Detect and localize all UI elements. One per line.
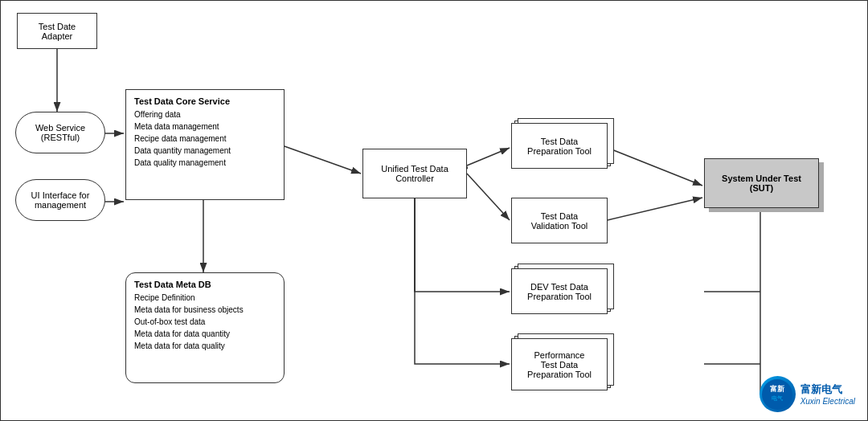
- svg-line-8: [282, 145, 361, 174]
- svg-line-12: [608, 148, 702, 186]
- meta-db-list: Recipe Definition Meta data for business…: [134, 292, 244, 352]
- dev-tdp-wrapper: DEV Test DataPreparation Tool: [511, 268, 608, 314]
- svg-line-9: [467, 148, 510, 166]
- logo-area: 富新 电气 富新电气 Xuxin Electrical: [760, 376, 855, 412]
- ui-interface-label: UI Interface formanagement: [31, 190, 90, 210]
- unified-controller-label: Unified Test DataController: [381, 164, 448, 183]
- web-service-box: Web Service(RESTful): [15, 112, 105, 153]
- svg-point-18: [762, 379, 792, 410]
- perf-tdp-wrapper: PerformanceTest DataPreparation Tool: [511, 338, 608, 390]
- tdv-tool-box: Test DataValidation Tool: [511, 198, 608, 243]
- dev-tdp-tool-label: DEV Test DataPreparation Tool: [527, 282, 592, 301]
- perf-tdp-tool-label: PerformanceTest DataPreparation Tool: [527, 350, 592, 379]
- svg-line-13: [608, 198, 702, 220]
- test-data-core-service-box: Test Data Core Service Offering data Met…: [125, 89, 285, 200]
- meta-db-title: Test Data Meta DB: [134, 280, 211, 289]
- sut-box: System Under Test(SUT): [704, 158, 819, 208]
- web-service-label: Web Service(RESTful): [35, 123, 85, 142]
- tdp-tool-wrapper: Test DataPreparation Tool: [511, 123, 608, 169]
- core-service-list: Offering data Meta data management Recip…: [134, 108, 231, 169]
- svg-text:富新: 富新: [770, 384, 785, 393]
- tdv-tool-label: Test DataValidation Tool: [531, 211, 588, 231]
- company-name-label: 富新电气 Xuxin Electrical: [800, 382, 855, 406]
- ui-interface-box: UI Interface formanagement: [15, 179, 105, 221]
- perf-tdp-tool-box: PerformanceTest DataPreparation Tool: [511, 338, 608, 390]
- core-service-title: Test Data Core Service: [134, 96, 230, 106]
- logo-icon: 富新 电气: [760, 376, 796, 412]
- test-date-adapter-label: Test DateAdapter: [39, 22, 76, 41]
- sut-label: System Under Test(SUT): [722, 174, 801, 193]
- svg-line-10: [467, 174, 510, 220]
- svg-text:电气: 电气: [772, 395, 783, 401]
- test-data-meta-db-box: Test Data Meta DB Recipe Definition Meta…: [125, 272, 285, 383]
- tdp-tool-box: Test DataPreparation Tool: [511, 123, 608, 169]
- unified-controller-box: Unified Test DataController: [362, 149, 467, 198]
- dev-tdp-tool-box: DEV Test DataPreparation Tool: [511, 268, 608, 314]
- tdp-tool-label: Test DataPreparation Tool: [527, 137, 592, 156]
- diagram-container: Test DateAdapter Web Service(RESTful) UI…: [0, 0, 868, 421]
- test-date-adapter-box: Test DateAdapter: [17, 13, 97, 49]
- sut-wrapper: System Under Test(SUT): [704, 158, 819, 208]
